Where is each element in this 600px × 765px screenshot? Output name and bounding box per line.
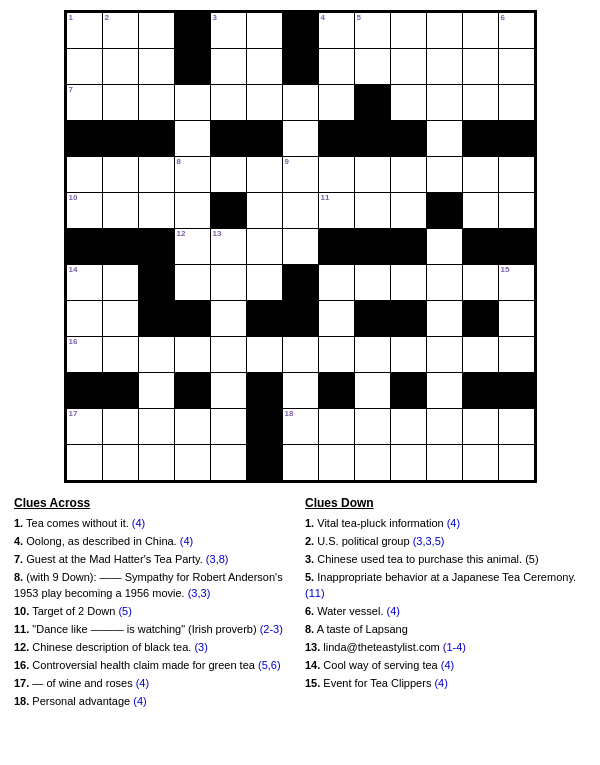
grid-cell[interactable] xyxy=(463,301,499,337)
grid-cell[interactable] xyxy=(499,409,535,445)
grid-cell[interactable] xyxy=(319,265,355,301)
grid-cell[interactable] xyxy=(283,85,319,121)
grid-cell[interactable] xyxy=(67,49,103,85)
grid-cell[interactable] xyxy=(319,229,355,265)
grid-cell[interactable] xyxy=(67,373,103,409)
grid-cell[interactable] xyxy=(67,229,103,265)
grid-cell[interactable] xyxy=(139,337,175,373)
grid-cell[interactable] xyxy=(319,49,355,85)
grid-cell[interactable] xyxy=(499,193,535,229)
grid-cell[interactable] xyxy=(247,13,283,49)
grid-cell[interactable]: 8 xyxy=(175,157,211,193)
grid-cell[interactable] xyxy=(139,157,175,193)
grid-cell[interactable] xyxy=(139,409,175,445)
grid-cell[interactable] xyxy=(175,265,211,301)
grid-cell[interactable] xyxy=(427,373,463,409)
grid-cell[interactable] xyxy=(139,85,175,121)
grid-cell[interactable] xyxy=(499,337,535,373)
grid-cell[interactable] xyxy=(427,13,463,49)
grid-cell[interactable] xyxy=(427,49,463,85)
grid-cell[interactable] xyxy=(391,85,427,121)
grid-cell[interactable] xyxy=(103,85,139,121)
grid-cell[interactable] xyxy=(139,301,175,337)
grid-cell[interactable] xyxy=(283,301,319,337)
grid-cell[interactable] xyxy=(175,121,211,157)
grid-cell[interactable] xyxy=(463,229,499,265)
grid-cell[interactable] xyxy=(391,373,427,409)
grid-cell[interactable] xyxy=(247,337,283,373)
grid-cell[interactable] xyxy=(391,265,427,301)
grid-cell[interactable] xyxy=(175,409,211,445)
grid-cell[interactable] xyxy=(175,337,211,373)
grid-cell[interactable] xyxy=(139,13,175,49)
grid-cell[interactable] xyxy=(427,157,463,193)
grid-cell[interactable] xyxy=(247,157,283,193)
grid-cell[interactable] xyxy=(499,121,535,157)
grid-cell[interactable] xyxy=(247,373,283,409)
grid-cell[interactable] xyxy=(211,85,247,121)
grid-cell[interactable] xyxy=(103,265,139,301)
grid-cell[interactable] xyxy=(355,445,391,481)
grid-cell[interactable]: 1 xyxy=(67,13,103,49)
grid-cell[interactable] xyxy=(463,49,499,85)
grid-cell[interactable] xyxy=(283,265,319,301)
grid-cell[interactable] xyxy=(283,445,319,481)
grid-cell[interactable] xyxy=(103,445,139,481)
grid-cell[interactable] xyxy=(463,13,499,49)
grid-cell[interactable] xyxy=(283,373,319,409)
grid-cell[interactable]: 16 xyxy=(67,337,103,373)
grid-cell[interactable] xyxy=(103,301,139,337)
grid-cell[interactable]: 17 xyxy=(67,409,103,445)
grid-cell[interactable] xyxy=(355,337,391,373)
grid-cell[interactable] xyxy=(211,373,247,409)
grid-cell[interactable] xyxy=(247,193,283,229)
grid-cell[interactable] xyxy=(319,85,355,121)
grid-cell[interactable] xyxy=(175,301,211,337)
grid-cell[interactable] xyxy=(463,193,499,229)
grid-cell[interactable] xyxy=(139,121,175,157)
grid-cell[interactable] xyxy=(139,193,175,229)
grid-cell[interactable] xyxy=(427,121,463,157)
grid-cell[interactable] xyxy=(175,445,211,481)
grid-cell[interactable] xyxy=(103,229,139,265)
grid-cell[interactable] xyxy=(463,337,499,373)
grid-cell[interactable] xyxy=(211,409,247,445)
grid-cell[interactable] xyxy=(283,49,319,85)
grid-cell[interactable] xyxy=(499,85,535,121)
grid-cell[interactable]: 10 xyxy=(67,193,103,229)
grid-cell[interactable] xyxy=(463,85,499,121)
grid-cell[interactable]: 5 xyxy=(355,13,391,49)
grid-cell[interactable] xyxy=(247,301,283,337)
grid-cell[interactable] xyxy=(391,301,427,337)
grid-cell[interactable] xyxy=(103,337,139,373)
grid-cell[interactable] xyxy=(211,49,247,85)
grid-cell[interactable] xyxy=(175,13,211,49)
grid-cell[interactable] xyxy=(175,85,211,121)
grid-cell[interactable] xyxy=(319,445,355,481)
grid-cell[interactable] xyxy=(499,445,535,481)
grid-cell[interactable] xyxy=(355,373,391,409)
grid-cell[interactable] xyxy=(67,445,103,481)
grid-cell[interactable] xyxy=(139,373,175,409)
grid-cell[interactable] xyxy=(247,409,283,445)
grid-cell[interactable] xyxy=(355,193,391,229)
grid-cell[interactable] xyxy=(427,409,463,445)
grid-cell[interactable] xyxy=(319,337,355,373)
grid-cell[interactable] xyxy=(211,301,247,337)
grid-cell[interactable] xyxy=(355,229,391,265)
grid-cell[interactable] xyxy=(103,193,139,229)
grid-cell[interactable] xyxy=(319,301,355,337)
grid-cell[interactable] xyxy=(391,157,427,193)
grid-cell[interactable] xyxy=(247,229,283,265)
grid-cell[interactable] xyxy=(283,193,319,229)
grid-cell[interactable] xyxy=(499,229,535,265)
grid-cell[interactable] xyxy=(391,409,427,445)
grid-cell[interactable] xyxy=(463,445,499,481)
grid-cell[interactable] xyxy=(103,157,139,193)
grid-cell[interactable] xyxy=(355,49,391,85)
grid-cell[interactable] xyxy=(391,337,427,373)
grid-cell[interactable] xyxy=(499,301,535,337)
grid-cell[interactable]: 7 xyxy=(67,85,103,121)
grid-cell[interactable] xyxy=(355,265,391,301)
grid-cell[interactable] xyxy=(283,121,319,157)
